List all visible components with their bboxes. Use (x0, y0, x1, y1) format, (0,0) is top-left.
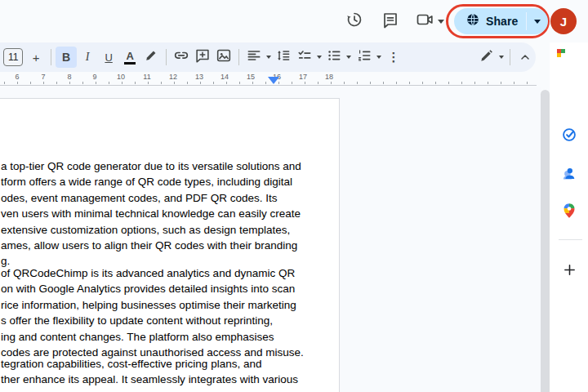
line-spacing-button[interactable] (273, 47, 294, 68)
editing-mode-dropdown-caret-icon[interactable] (497, 47, 506, 68)
text-color-button[interactable]: A (119, 47, 140, 68)
text-line: tegration capabilities, cost-effective p… (1, 356, 339, 372)
align-left-icon (246, 47, 262, 67)
text-line: s offer the flexibility to update conten… (1, 313, 339, 328)
meet-call-button[interactable] (413, 10, 446, 33)
get-add-ons-button[interactable] (559, 261, 579, 281)
hide-menus-button[interactable] (514, 47, 536, 68)
text-line: ther enhance its appeal. It seamlessly i… (1, 372, 339, 387)
tasks-sidebar-button[interactable] (561, 127, 577, 143)
version-history-button[interactable] (343, 10, 366, 33)
ruler-number: 11 (140, 73, 154, 81)
document-page[interactable]: a top-tier QR code generator due to its … (0, 98, 340, 392)
line-spacing-icon (275, 47, 292, 67)
text-line: tform offers a wide range of QR code typ… (1, 174, 339, 189)
text-line: ames, allow users to align their QR code… (1, 238, 339, 253)
add-comment-icon (194, 47, 212, 68)
pencil-icon (479, 47, 495, 67)
share-button-label: Share (486, 15, 518, 28)
calendar-sidebar-button[interactable]: 31 (561, 53, 577, 69)
maps-sidebar-button[interactable] (561, 203, 577, 219)
ruler-number: 8 (62, 73, 77, 81)
paragraph: a top-tier QR code generator due to its … (1, 158, 339, 270)
toolbar-divider (238, 49, 239, 65)
checklist-button[interactable] (294, 47, 315, 68)
history-icon (345, 10, 364, 33)
ruler-number: 10 (114, 73, 128, 81)
account-avatar[interactable]: J (550, 8, 577, 34)
editing-mode-button[interactable] (476, 47, 497, 68)
text-line: on with Google Analytics provides detail… (1, 281, 339, 296)
add-comment-button[interactable] (192, 47, 213, 68)
google-contacts-icon (561, 170, 577, 184)
ruler-number: 18 (322, 73, 336, 81)
image-icon (215, 47, 233, 68)
ruler-number: 7 (36, 73, 51, 81)
text-line: ven users with minimal technical knowled… (1, 206, 339, 221)
workspace-side-panel: 31 (550, 42, 588, 392)
horizontal-ruler[interactable]: 6 7 8 9 10 11 12 13 14 15 16 17 18 (0, 72, 537, 86)
text-line: odes, event management codes, and PDF QR… (1, 190, 339, 206)
ruler-number: 9 (87, 73, 102, 81)
google-docs-window: Share J 11 + B I U A (0, 0, 588, 392)
align-dropdown-caret-icon[interactable] (265, 47, 273, 68)
contacts-sidebar-button[interactable] (561, 165, 577, 181)
ruler-number: 15 (243, 73, 258, 81)
share-button[interactable]: Share (454, 8, 526, 34)
google-maps-icon (561, 207, 577, 221)
align-button[interactable] (243, 47, 265, 68)
italic-button[interactable]: I (77, 47, 98, 68)
underline-button[interactable]: U (98, 47, 119, 68)
vertical-scrollbar[interactable] (541, 90, 550, 392)
side-panel-divider (559, 239, 582, 240)
paragraph: of QRCodeChimp is its advanced analytics… (1, 265, 339, 360)
share-dropdown-button[interactable] (527, 8, 548, 34)
bulleted-list-icon (326, 47, 342, 67)
ruler-cursor-marker[interactable] (268, 77, 279, 84)
text-line: rice information, helping businesses opt… (1, 297, 339, 313)
increase-font-size-button[interactable]: + (25, 47, 47, 68)
text-line: extensive customization options, such as… (1, 222, 339, 238)
keep-sidebar-button[interactable] (561, 90, 577, 106)
paragraph: tegration capabilities, cost-effective p… (1, 356, 339, 392)
bulleted-list-dropdown-caret-icon[interactable] (345, 47, 353, 68)
insert-image-button[interactable] (213, 47, 234, 68)
font-size-input[interactable]: 11 (3, 48, 23, 66)
highlight-color-button[interactable] (140, 47, 162, 68)
comments-button[interactable] (379, 10, 402, 33)
text-line: ing and content changes. The platform al… (1, 329, 339, 345)
text-line: its utility for businesses of all sizes.… (1, 388, 339, 392)
bold-button[interactable]: B (56, 47, 77, 68)
numbered-list-dropdown-caret-icon[interactable] (375, 47, 383, 68)
ruler-number: 13 (192, 73, 207, 81)
plus-icon (563, 263, 577, 280)
video-camera-icon (415, 10, 434, 33)
link-icon (172, 47, 190, 68)
numbered-list-icon (356, 47, 372, 67)
checklist-icon (296, 47, 313, 67)
toolbar-divider (510, 49, 510, 65)
comment-icon (381, 10, 400, 33)
public-globe-icon (466, 12, 480, 30)
toolbar-divider (166, 49, 167, 65)
bulleted-list-button[interactable] (323, 47, 345, 68)
ruler-number: 12 (166, 73, 180, 81)
ruler-number: 6 (10, 73, 24, 81)
share-dropdown-caret-icon (534, 20, 541, 24)
ruler-number: 14 (217, 73, 232, 81)
share-button-group: Share (454, 8, 548, 34)
text-line: a top-tier QR code generator due to its … (1, 158, 339, 174)
insert-link-button[interactable] (171, 47, 192, 68)
numbered-list-button[interactable] (354, 47, 375, 68)
ruler-number: 17 (296, 73, 310, 81)
formatting-toolbar: 11 + B I U A (0, 42, 536, 72)
highlighter-icon (143, 47, 159, 67)
more-options-button[interactable]: ⋮ (383, 47, 404, 68)
text-color-icon: A (124, 51, 136, 65)
document-canvas: a top-tier QR code generator due to its … (0, 87, 541, 392)
text-line: of QRCodeChimp is its advanced analytics… (1, 265, 339, 281)
chevron-up-icon (519, 51, 532, 64)
google-tasks-icon (561, 131, 577, 145)
checklist-dropdown-caret-icon[interactable] (315, 47, 323, 68)
meet-dropdown-caret-icon[interactable] (438, 20, 444, 24)
